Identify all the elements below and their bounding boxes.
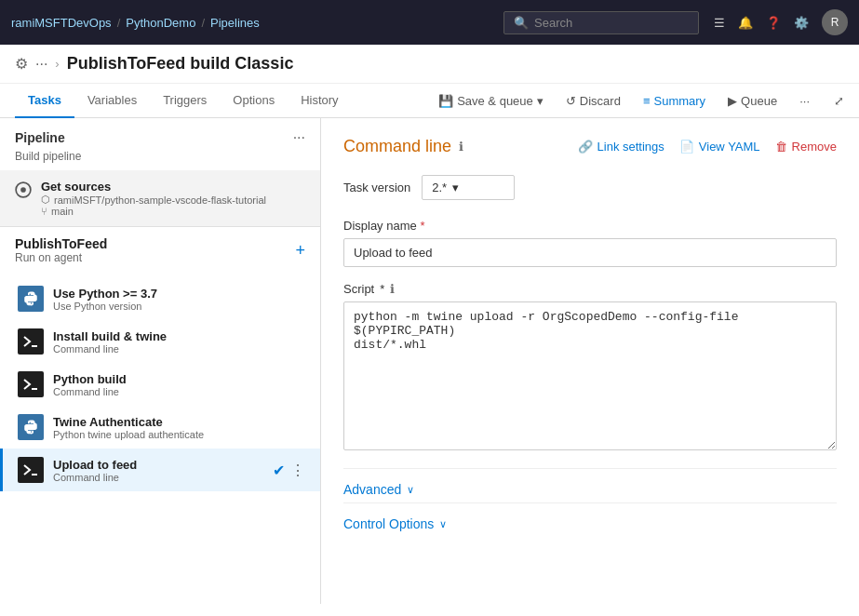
control-options-label: Control Options	[343, 516, 434, 531]
display-name-input[interactable]	[343, 238, 837, 267]
display-name-field: Display name *	[343, 219, 837, 267]
discard-button[interactable]: ↺ Discard	[557, 88, 630, 114]
more-btn[interactable]: ···	[35, 56, 47, 73]
org-link[interactable]: ramiMSFTDevOps	[11, 16, 112, 30]
tab-history[interactable]: History	[288, 84, 351, 118]
settings-icon[interactable]: ⚙️	[794, 16, 809, 30]
task-item-twine-auth[interactable]: Twine Authenticate Python twine upload a…	[0, 406, 320, 449]
task-item-install-build[interactable]: Install build & twine Command line	[0, 320, 320, 363]
help-icon[interactable]: ❓	[766, 16, 781, 30]
script-textarea[interactable]: python -m twine upload -r OrgScopedDemo …	[343, 301, 837, 450]
page-title: PublishToFeed build Classic	[67, 54, 294, 74]
task-item-use-python[interactable]: Use Python >= 3.7 Use Python version	[0, 277, 320, 320]
control-options-section: Control Options ∨	[343, 502, 837, 537]
task-item-python-build[interactable]: Python build Command line	[0, 363, 320, 406]
agent-name: PublishToFeed Run on agent	[15, 236, 107, 264]
task-list: Use Python >= 3.7 Use Python version Ins…	[0, 277, 320, 491]
get-sources-repo: ⬡ ramiMSFT/python-sample-vscode-flask-tu…	[41, 194, 305, 206]
get-sources-item[interactable]: Get sources ⬡ ramiMSFT/python-sample-vsc…	[0, 170, 320, 227]
install-build-name: Install build & twine	[53, 329, 305, 343]
use-python-subtitle: Use Python version	[53, 301, 305, 312]
breadcrumb: ramiMSFTDevOps / PythonDemo / Pipelines	[11, 16, 260, 30]
view-yaml-button[interactable]: 📄 View YAML	[679, 140, 760, 154]
pipeline-icon: ⚙	[15, 55, 28, 73]
trash-icon: 🗑	[775, 140, 787, 154]
cmd-title-area: Command line ℹ	[343, 137, 463, 156]
twine-auth-subtitle: Python twine upload authenticate	[53, 429, 305, 440]
tab-triggers[interactable]: Triggers	[150, 84, 220, 118]
topnav-right: 🔍 ☰ 🔔 ❓ ⚙️ R	[503, 9, 848, 35]
agent-label: Run on agent	[15, 251, 107, 264]
save-queue-button[interactable]: 💾 Save & queue ▾	[429, 88, 553, 114]
expand-icon[interactable]: ⤢	[834, 94, 844, 108]
task-menu-button[interactable]: ⋮	[290, 462, 305, 479]
discard-icon: ↺	[566, 94, 576, 108]
cmd-icon-pythonbuild	[18, 371, 44, 397]
topnav-icons: ☰ 🔔 ❓ ⚙️ R	[714, 9, 848, 35]
summary-icon: ≡	[643, 94, 651, 108]
pipeline-title: Pipeline	[15, 130, 65, 145]
get-sources-info: Get sources ⬡ ramiMSFT/python-sample-vsc…	[41, 180, 305, 217]
badge-icon[interactable]: 🔔	[738, 16, 753, 30]
task-version-select[interactable]: 2.* ▾	[422, 175, 515, 200]
section-link[interactable]: Pipelines	[210, 16, 260, 30]
tab-variables[interactable]: Variables	[74, 84, 150, 118]
python-icon-twine	[18, 414, 44, 440]
cmd-icon-upload	[18, 457, 44, 483]
repo-icon: ⬡	[41, 194, 50, 206]
dropdown-arrow: ▾	[537, 94, 544, 108]
tab-options[interactable]: Options	[220, 84, 288, 118]
task-version-row: Task version 2.* ▾	[343, 175, 837, 200]
cmd-header: Command line ℹ 🔗 Link settings 📄 View YA…	[343, 137, 837, 156]
control-options-header[interactable]: Control Options ∨	[343, 516, 837, 531]
avatar[interactable]: R	[822, 9, 848, 35]
required-marker: *	[420, 219, 424, 233]
list-icon[interactable]: ☰	[714, 16, 725, 30]
task-check-icon: ✔	[273, 462, 285, 479]
script-field: Script * ℹ python -m twine upload -r Org…	[343, 282, 837, 453]
twine-auth-info: Twine Authenticate Python twine upload a…	[53, 415, 305, 440]
play-icon: ▶	[728, 94, 737, 108]
save-icon: 💾	[438, 94, 453, 108]
info-icon[interactable]: ℹ	[459, 140, 463, 154]
remove-button[interactable]: 🗑 Remove	[775, 140, 837, 154]
pipeline-menu-button[interactable]: ···	[293, 129, 305, 146]
tab-bar: Tasks Variables Triggers Options History…	[0, 84, 859, 118]
install-build-subtitle: Command line	[53, 343, 305, 355]
python-build-info: Python build Command line	[53, 372, 305, 397]
task-item-upload-feed[interactable]: Upload to feed Command line ✔ ⋮	[0, 449, 320, 491]
upload-feed-actions: ✔ ⋮	[273, 462, 305, 479]
queue-button[interactable]: ▶ Queue	[718, 88, 786, 114]
agent-header: PublishToFeed Run on agent +	[15, 236, 305, 264]
agent-section: PublishToFeed Run on agent +	[0, 227, 320, 277]
cmd-title: Command line	[343, 137, 451, 156]
tab-tasks[interactable]: Tasks	[15, 84, 74, 118]
script-required-marker: *	[380, 282, 384, 296]
link-settings-button[interactable]: 🔗 Link settings	[578, 140, 664, 154]
use-python-name: Use Python >= 3.7	[53, 287, 305, 301]
advanced-header[interactable]: Advanced ∨	[343, 482, 837, 497]
cmd-actions: 🔗 Link settings 📄 View YAML 🗑 Remove	[578, 140, 837, 154]
search-input[interactable]	[534, 16, 689, 30]
search-box[interactable]: 🔍	[503, 11, 699, 34]
page-header: ⚙ ··· › PublishToFeed build Classic	[0, 45, 859, 84]
add-task-button[interactable]: +	[295, 241, 305, 261]
chevron-down-icon: ▾	[452, 181, 459, 194]
get-sources-branch: ⑂ main	[41, 206, 305, 217]
more-actions-button[interactable]: ···	[790, 88, 819, 114]
install-build-info: Install build & twine Command line	[53, 329, 305, 355]
search-icon: 🔍	[514, 16, 529, 30]
python-build-name: Python build	[53, 372, 305, 386]
script-info-icon[interactable]: ℹ	[390, 282, 395, 296]
display-name-label: Display name *	[343, 219, 837, 233]
task-version-value: 2.*	[432, 181, 447, 194]
upload-feed-subtitle: Command line	[53, 472, 263, 483]
pipeline-header: Pipeline ···	[0, 118, 320, 150]
branch-icon: ⑂	[41, 206, 47, 217]
summary-button[interactable]: ≡ Summary	[634, 88, 715, 114]
upload-feed-info: Upload to feed Command line	[53, 458, 263, 483]
twine-auth-name: Twine Authenticate	[53, 415, 305, 429]
project-link[interactable]: PythonDemo	[126, 16, 195, 30]
cmd-icon-install	[18, 328, 44, 355]
advanced-label: Advanced	[343, 482, 401, 497]
